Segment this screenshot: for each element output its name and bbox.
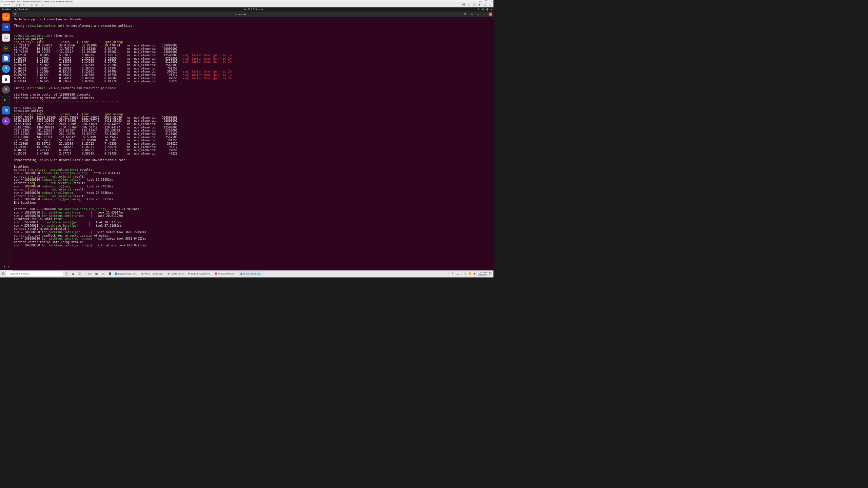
out-line: Machine supports 4 simultaneous threads [14,18,82,21]
out-line: took 78.94564ms [82,191,113,195]
out-line: (seq) faster than (par) by 1% [181,60,232,63]
firefox-task-3[interactable]: 🦊 (5) Expressing Paral... [186,271,213,277]
terminal-menu-label: Terminal ▾ [18,8,28,11]
terminal-output[interactable]: Machine supports 4 simultaneous threads … [12,17,493,248]
power-icon[interactable]: ⏻ [486,8,489,11]
emacs-dock-icon[interactable]: ε [2,117,10,125]
edge-icon[interactable]: ⓔ [76,272,83,276]
close-icon[interactable]: ✕ [491,0,493,3]
out-line: reduce(ints)(par_unseq) [42,198,82,201]
tray-chevron-icon[interactable]: ^ [448,272,449,275]
search-icon[interactable]: 🔍 [464,12,468,16]
clock-label: Jun 29 9:53 AM [243,8,259,11]
minimize-icon[interactable]: — [479,0,481,3]
tray-wifi-icon[interactable]: 📶 [469,272,472,275]
sound-tb-icon[interactable]: 🔊 [478,4,481,6]
out-line: 4.05598 3.44860 2.97724 0.89615 0.78436 … [14,152,178,155]
firefox-task-1[interactable]: 🦊 Part 1 – Introductio... [139,271,165,277]
vmware-toolbar: Player ▾ | ❚❚ ▾ | ⎙ ⛶ ◻ 💾 💿 🔗 🔊 🖨 » [0,3,494,7]
out-line: with mutex took 3893.04622ms [92,237,146,240]
send-ctrl-alt-del-icon[interactable]: ⎙ [30,4,34,6]
unity-icon[interactable]: ◻ [41,4,44,6]
task-view-icon[interactable]: ⧉ [70,272,76,276]
system-menu-chevron-icon[interactable]: ▾ [491,8,492,11]
cortana-icon[interactable]: ◯ [63,272,70,276]
activities-button[interactable]: Activities [2,8,11,11]
new-tab-button[interactable]: ⊞ [13,12,17,16]
vmware-titlebar: ▣ Ubuntu 64-bit Latest - VMware Workstat… [0,0,494,3]
volume-icon[interactable]: 🔊 [481,8,485,11]
task-label: Part 1 – Introductio... [144,273,164,275]
maximize-icon[interactable]: ▢ [485,0,487,3]
clock[interactable]: Jun 29 9:53 AM [29,8,478,11]
files-dock-icon[interactable]: 🗂 [2,34,10,42]
window-maximize-icon[interactable]: ▫ [482,12,486,16]
vmware-task[interactable]: ▣ Ubuntu 64-bit Late... [239,271,264,277]
amazon-dock-icon[interactable]: a [2,75,10,83]
out-line: End Baseline: [14,201,37,204]
tray-location-icon[interactable]: 📍 [451,272,454,275]
mail-icon[interactable]: ✉ [100,272,106,276]
explorer-task[interactable]: 📁 pers [83,271,94,277]
start-button[interactable]: ⊞ [1,272,5,276]
out-line: vs num_elements and execution policies: [64,24,134,27]
out-line: took 77.83437ms [89,171,120,175]
cd-icon[interactable]: 💿 [467,4,471,6]
dropdown-icon[interactable]: ▾ [22,4,25,6]
vmware-title: Ubuntu 64-bit Latest - VMware Workstatio… [4,0,479,2]
out-line: took 20.81122ms [92,214,123,218]
network-indicator-icon[interactable]: ⇅ [477,8,479,11]
libreoffice-dock-icon[interactable]: 📄 [2,54,10,62]
out-line: ........................................… [14,99,118,103]
terminal-dock-icon[interactable]: >_ [2,96,10,104]
task-label: pers [88,273,92,275]
rhythmbox-dock-icon[interactable]: ◎ [2,44,10,52]
clock-time: 9:53 AM [480,271,487,274]
ubuntu-dock: 🦊 ✉ 🗂 ◎ 📄 ? a A >_ ≋ ε [0,12,12,270]
clock-date: 6/29/2020 [478,274,487,276]
gnome-top-bar: Activities ▸_ Terminal ▾ Jun 29 9:53 AM … [0,7,494,12]
software-updater-dock-icon[interactable]: A [2,85,10,94]
thunderbird-dock-icon[interactable]: ✉ [2,23,10,31]
task-label: Anthony Williams -... [218,273,237,275]
out-line: times in ms: [52,34,75,37]
taskbar-clock[interactable]: 9:53 AM 6/29/2020 [478,271,487,276]
tray-bluetooth-icon[interactable]: ᛒ [460,272,462,275]
tray-onedrive-icon[interactable]: ☁ [456,272,459,275]
out-line: 0.03014 0.02345 0.02679 0.02186 0.01379 … [14,80,178,83]
disk-icon[interactable]: 💾 [462,4,465,6]
vscode-dock-icon[interactable]: ≋ [2,106,10,115]
task-label: programming_refer... [118,273,138,275]
network-icon[interactable]: 🔗 [473,4,476,6]
notification-dot-icon [261,9,263,11]
tray-volume-icon[interactable]: 🔊 [473,272,476,275]
terminal-title: Terminal [17,13,464,16]
out-line: took 77.44018ms [82,185,113,188]
vm-icon: ▣ [1,0,3,2]
word-task[interactable]: 📘 programming_refer... [113,271,139,277]
window-close-icon[interactable]: ✕ [489,12,492,16]
terminal-menu[interactable]: ▸_ Terminal ▾ [15,8,29,11]
firefox-dock-icon[interactable]: 🦊 [2,13,10,21]
pause-icon[interactable]: ❚❚ [16,3,20,6]
adobe-task[interactable]: 📕 Anthony Williams -... [213,271,239,277]
search-input[interactable]: ○ Type here to search [5,271,63,277]
windows-taskbar: ⊞ ○ Type here to search ◯ ⧉ ⓔ 📁 pers 🛍 ✉… [0,270,494,278]
out-line: vs num_elements and execution policies: [47,86,117,90]
window-minimize-icon[interactable]: — [476,12,480,16]
fullscreen-icon[interactable]: ⛶ [36,4,39,6]
hamburger-menu-icon[interactable]: ≡ [470,12,474,16]
firefox-task-2[interactable]: 🦊 Mozilla Firefox [166,271,186,277]
search-circle-icon: ○ [7,272,8,275]
printer-icon[interactable]: 🖨 [484,4,487,6]
system-tray[interactable]: ^ 📍 ☁ ᛒ 🔋 📶 🔊 9:53 AM 6/29/2020 💬 [448,271,493,276]
store-icon[interactable]: 🛍 [94,272,100,276]
chevron-icon[interactable]: » [489,4,492,6]
task-label: (5) Expressing Paral... [191,273,212,275]
notifications-icon[interactable]: 💬 [489,272,492,275]
task-label: Mozilla Firefox [171,273,184,275]
player-menu[interactable]: Player ▾ [1,3,12,7]
tray-battery-icon[interactable]: 🔋 [464,272,467,275]
calculator-icon[interactable]: 🖩 [107,272,113,276]
help-dock-icon[interactable]: ? [2,65,10,73]
